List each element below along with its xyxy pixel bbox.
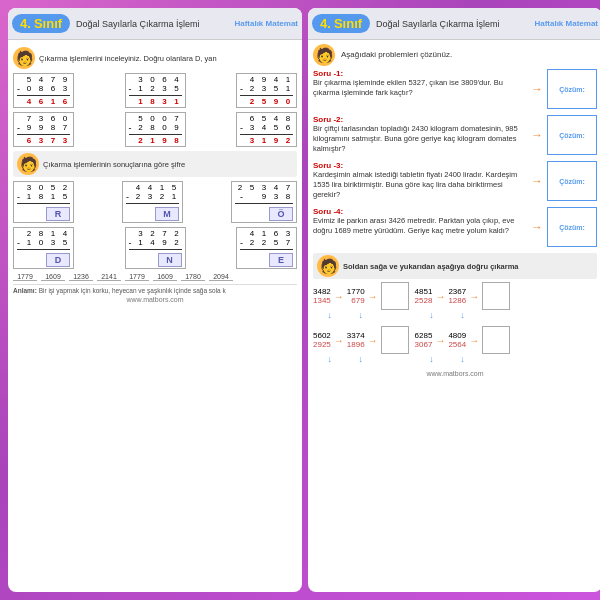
arith-n1: 3482 [313, 287, 331, 296]
sub-box-6: 6548 -3456 3192 [236, 112, 297, 147]
letter-R: R [46, 207, 70, 221]
grade-badge-left: 4. Sınıf [12, 14, 70, 33]
sub-box-11: 3272 -1492 N [125, 227, 186, 269]
sub-box-1: 5479 -0863 4616 [13, 73, 74, 108]
ans-8: 2094 [209, 273, 233, 281]
problem-2: Soru -2: Bir çiftçi tarlasından topladığ… [313, 115, 597, 155]
arith-rm3: 4809 [448, 331, 466, 340]
down-arrow-8: ↓ [448, 354, 476, 364]
arith-left-nums-2: 5602 2925 → 3374 1896 → [313, 326, 409, 354]
arrow-3: → [531, 174, 543, 188]
sub-box-7: 3052 -1815 R [13, 181, 74, 223]
problem-solution-3: → Çözüm: [529, 161, 597, 201]
ans-2: 1609 [41, 273, 65, 281]
subtraction-grid-4: 2814 -1035 D 3272 -1492 N 4163 -2257 [13, 227, 297, 269]
sub-box-4: 7360 -9987 6373 [13, 112, 74, 147]
arith-m2: 679 [351, 296, 364, 305]
down-arrow-2: ↓ [347, 310, 375, 320]
problem-text-3: Kardeşimin almak istediği tabletin fiyat… [313, 170, 525, 199]
section-divider: 🧑 Çıkarma işlemlerinin sonuçlarına göre … [13, 151, 297, 177]
arith-left-pair-2: 5602 2925 [313, 331, 331, 349]
solution-box-2: Çözüm: [547, 115, 597, 155]
sub-box-12: 4163 -2257 E [236, 227, 297, 269]
arith-right-arrows-2: ↓ ↓ [417, 354, 507, 364]
subtraction-grid-1: 5479 -0863 4616 3064 -1235 1831 4941 -23… [13, 73, 297, 108]
arrow-right-5: → [334, 335, 344, 346]
arith-table-row-1: 3482 1345 → 1770 679 → ↓ ↓ [313, 282, 597, 320]
down-arrow-1: ↓ [316, 310, 344, 320]
arith-rm2: 1286 [448, 296, 466, 305]
arith-rn1: 4851 [415, 287, 433, 296]
section2-title: Çıkarma işlemlerinin sonuçlarına göre şi… [43, 160, 185, 169]
answer-letters-label: Anlamı: [13, 287, 37, 294]
subtraction-grid-2: 7360 -9987 6373 5007 -2809 2198 6548 -34… [13, 112, 297, 147]
down-arrow-4: ↓ [448, 310, 476, 320]
weekly-label-left: Haftalık Matemat [234, 19, 298, 28]
problem-label-4: Soru -4: [313, 207, 353, 216]
ans-6: 1609 [153, 273, 177, 281]
right-content: 🧑 Aşağıdaki problemleri çözünüz. Soru -1… [308, 40, 600, 381]
letter-M: M [155, 207, 179, 221]
website-left: www.matbors.com [13, 296, 297, 303]
subject-title-right: Doğal Sayılarla Çıkarma İşlemi [376, 19, 534, 29]
problem-label-3: Soru -3: [313, 161, 353, 170]
problem-1: Soru -1: Bir çıkarma işleminde ekilen 53… [313, 69, 597, 109]
grid-group-3: 3052 -1815 R 4415 -2321 M 25347 - 938 [13, 181, 297, 223]
result-box-4 [482, 326, 510, 354]
arith-left-nums-1: 3482 1345 → 1770 679 → [313, 282, 409, 310]
subtraction-grid-3: 3052 -1815 R 4415 -2321 M 25347 - 938 [13, 181, 297, 223]
arrow-right-4: → [469, 291, 479, 302]
result-box-3 [381, 326, 409, 354]
sub-box-2: 3064 -1235 1831 [125, 73, 186, 108]
arith-m1: 1770 [347, 287, 365, 296]
arith-rmid-1: 2367 1286 [448, 287, 466, 305]
arith-left-arrows-2: ↓ ↓ [316, 354, 406, 364]
letter-O: Ö [269, 207, 293, 221]
problem-label-1: Soru -1: [313, 69, 353, 78]
answer-letters: Bir işi yapmak için korku, heyecan ve şa… [39, 287, 226, 294]
letter-D: D [46, 253, 70, 267]
grid-group-4: 2814 -1035 D 3272 -1492 N 4163 -2257 [13, 227, 297, 269]
arith-n2: 1345 [313, 296, 331, 305]
down-arrow-3: ↓ [417, 310, 445, 320]
ans-7: 1780 [181, 273, 205, 281]
arith-mid-2: 3374 1896 [347, 331, 365, 349]
problem-3: Soru -3: Kardeşimin almak istediği table… [313, 161, 597, 201]
from-section: 🧑 Soldan sağa ve yukarıdan aşağıya doğru… [313, 253, 597, 279]
arrow-right-2: → [368, 291, 378, 302]
ans-5: 1779 [125, 273, 149, 281]
arith-right-pair-2: 6285 3067 [415, 331, 433, 349]
arith-rm4: 2564 [448, 340, 466, 349]
problems-header: 🧑 Aşağıdaki problemleri çözünüz. [313, 44, 597, 66]
arrow-right-8: → [469, 335, 479, 346]
arrow-right-1: → [334, 291, 344, 302]
ans-3: 1236 [69, 273, 93, 281]
arith-table-row-2: 5602 2925 → 3374 1896 → ↓ ↓ [313, 326, 597, 364]
arrow-right-7: → [435, 335, 445, 346]
sub-box-9: 25347 - 938 Ö [231, 181, 297, 223]
arith-right-nums-1: 4851 2528 → 2367 1286 → [415, 282, 511, 310]
grid-group-2: 7360 -9987 6373 5007 -2809 2198 6548 -34… [13, 112, 297, 147]
down-arrow-7: ↓ [417, 354, 445, 364]
arith-left-pair-1: 3482 1345 [313, 287, 331, 305]
arith-right-arrows-1: ↓ ↓ [417, 310, 507, 320]
avatar-from: 🧑 [317, 255, 339, 277]
left-page: 4. Sınıf Doğal Sayılarla Çıkarma İşlemi … [8, 8, 302, 592]
arith-right-1: 4851 2528 → 2367 1286 → ↓ ↓ [415, 282, 511, 320]
arith-mid-1: 1770 679 [347, 287, 365, 305]
letter-N: N [158, 253, 182, 267]
arith-rn3: 6285 [415, 331, 433, 340]
down-arrow-5: ↓ [316, 354, 344, 364]
left-content: 🧑 Çıkarma işlemlerini inceleyiniz. Doğru… [8, 40, 302, 307]
result-box-2 [482, 282, 510, 310]
problem-label-2: Soru -2: [313, 115, 353, 124]
result-box-1 [381, 282, 409, 310]
sub-box-10: 2814 -1035 D [13, 227, 74, 269]
instruction-text: Çıkarma işlemlerini inceleyiniz. Doğru o… [39, 54, 297, 63]
arrow-right-6: → [368, 335, 378, 346]
arith-left-2: 5602 2925 → 3374 1896 → ↓ ↓ [313, 326, 409, 364]
grade-badge-right: 4. Sınıf [312, 14, 370, 33]
solution-box-3: Çözüm: [547, 161, 597, 201]
problem-solution-1: → Çözüm: [529, 69, 597, 109]
left-header: 4. Sınıf Doğal Sayılarla Çıkarma İşlemi … [8, 8, 302, 40]
